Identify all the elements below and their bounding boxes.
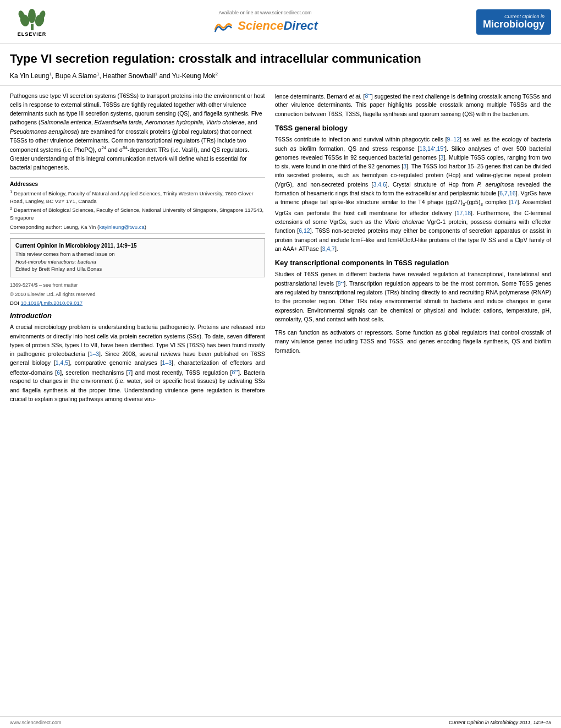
svg-point-3 bbox=[28, 9, 36, 23]
addresses-box: Addresses 1 Department of Biology, Facul… bbox=[10, 177, 265, 233]
sd-logo-icon bbox=[212, 18, 234, 34]
elsevier-tree-icon bbox=[17, 7, 47, 30]
email-link[interactable]: kayinleung@twu.ca bbox=[99, 224, 145, 230]
ref-6[interactable]: 6 bbox=[57, 369, 60, 375]
introduction-text: A crucial microbiology problem is unders… bbox=[10, 322, 265, 403]
abstract: Pathogens use type VI secretion systems … bbox=[10, 91, 265, 172]
ref-6716[interactable]: 6,7,16 bbox=[499, 190, 515, 196]
corresponding-author: Corresponding author: Leung, Ka Yin (kay… bbox=[10, 224, 265, 230]
journal-info-box: Current Opinion in Microbiology 2011, 14… bbox=[10, 238, 265, 277]
ref-3b[interactable]: 3 bbox=[403, 163, 406, 169]
issn-text: 1369-5274/$ – see front matter bbox=[10, 282, 265, 289]
header: ELSEVIER Available online at www.science… bbox=[0, 0, 561, 43]
address-1: 1 Department of Biology, Faculty of Natu… bbox=[10, 189, 265, 205]
trs-text: TRs can function as activators or repres… bbox=[275, 328, 551, 355]
header-left: ELSEVIER bbox=[10, 6, 54, 39]
footer: www.sciencedirect.com Current Opinion in… bbox=[0, 716, 561, 728]
ref-3a[interactable]: 3 bbox=[441, 154, 444, 161]
ref-1-3[interactable]: 1–3 bbox=[90, 351, 100, 357]
journal-theme: This review comes from a themed issue on… bbox=[15, 250, 260, 273]
page: ELSEVIER Available online at www.science… bbox=[0, 0, 561, 728]
svg-rect-0 bbox=[31, 24, 34, 30]
sd-science: Science bbox=[238, 19, 283, 33]
article-title: Type VI secretion regulation: crosstalk … bbox=[10, 51, 551, 67]
doi-link[interactable]: 10.1016/j.mib.2010.09.017 bbox=[21, 300, 83, 306]
body-two-col: Pathogens use type VI secretion systems … bbox=[0, 86, 561, 716]
header-center: Available online at www.sciencedirect.co… bbox=[212, 10, 318, 34]
elsevier-label: ELSEVIER bbox=[18, 31, 47, 37]
ref-346[interactable]: 3,4,6 bbox=[373, 181, 386, 188]
ref-9-12[interactable]: 9–12 bbox=[447, 136, 460, 143]
col-right: lence determinants. Bernard et al. [8••]… bbox=[275, 86, 551, 716]
key-transcriptional-text: Studies of T6SS genes in different bacte… bbox=[275, 270, 551, 324]
ref-1-3b[interactable]: 1–3 bbox=[162, 359, 172, 366]
journal-logo-box: Current Opinion in Microbiology bbox=[476, 9, 551, 35]
sd-direct: Direct bbox=[283, 19, 317, 33]
journal-name: Current Opinion in Microbiology 2011, 14… bbox=[15, 243, 260, 249]
ref-1718[interactable]: 17,18 bbox=[457, 210, 471, 216]
sciencedirect-logo: Science Direct bbox=[212, 18, 318, 34]
address-2: 2 Department of Biological Sciences, Fac… bbox=[10, 205, 265, 222]
available-text: Available online at www.sciencedirect.co… bbox=[219, 10, 312, 15]
key-transcriptional-heading: Key transcriptional components in T6SS r… bbox=[275, 259, 551, 267]
footer-url: www.sciencedirect.com bbox=[10, 720, 62, 725]
introduction-heading: Introduction bbox=[10, 311, 265, 320]
footer-journal: Current Opinion in Microbiology 2011, 14… bbox=[449, 720, 551, 725]
intro-continued: lence determinants. Bernard et al. [8••]… bbox=[275, 91, 551, 118]
ref-17[interactable]: 17 bbox=[511, 199, 518, 205]
ref-8[interactable]: 8•• bbox=[232, 369, 238, 375]
ref-13-15[interactable]: 13,14•,15• bbox=[419, 145, 445, 152]
ref-612[interactable]: 6,12 bbox=[299, 227, 310, 234]
title-area: Type VI secretion regulation: crosstalk … bbox=[0, 43, 561, 86]
ref-8-right[interactable]: 8•• bbox=[365, 92, 371, 99]
col-left: Pathogens use type VI secretion systems … bbox=[10, 86, 265, 716]
authors-line: Ka Yin Leung1, Bupe A Siame1, Heather Sn… bbox=[10, 72, 551, 80]
ref-145[interactable]: 1,4,5 bbox=[56, 359, 68, 366]
t6ss-biology-heading: T6SS general biology bbox=[275, 124, 551, 132]
ref-347[interactable]: 3,4,7 bbox=[322, 245, 335, 252]
microbiology-label: Microbiology bbox=[483, 19, 544, 30]
addresses-title: Addresses bbox=[10, 181, 265, 187]
ref-7[interactable]: 7 bbox=[128, 369, 131, 375]
t6ss-biology-text: T6SSs contribute to infection and surviv… bbox=[275, 135, 551, 253]
ref-8b[interactable]: 8•• bbox=[338, 280, 344, 287]
doi-text: DOI 10.1016/j.mib.2010.09.017 bbox=[10, 300, 265, 306]
elsevier-logo: ELSEVIER bbox=[10, 6, 54, 39]
copyright-text: © 2010 Elsevier Ltd. All rights reserved… bbox=[10, 291, 265, 298]
